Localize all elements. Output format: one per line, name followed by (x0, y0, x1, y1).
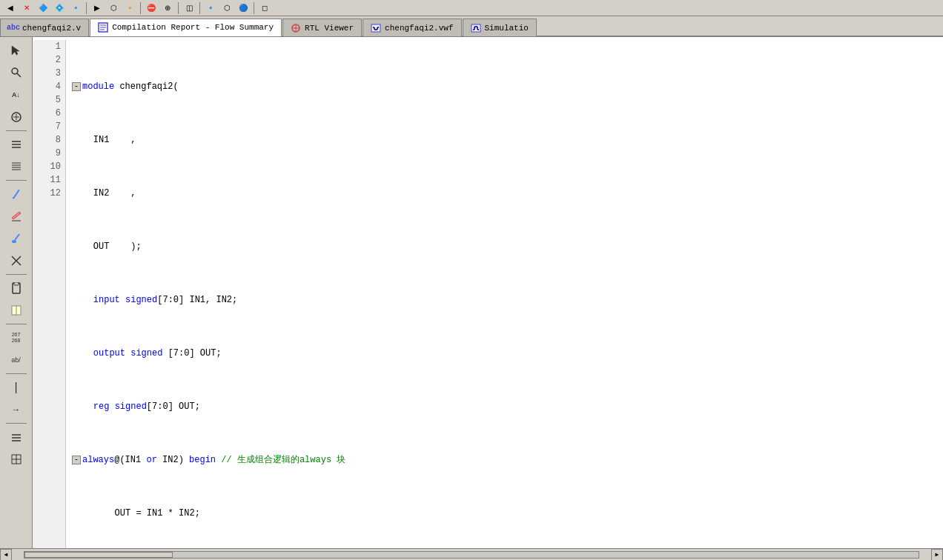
sidebar-arrow-tool[interactable]: → (6, 399, 27, 420)
sidebar-brush-tool[interactable] (6, 228, 27, 249)
sidebar-sep-4 (6, 324, 27, 324)
scroll-right-arrow[interactable]: ▶ (931, 549, 943, 561)
sidebar-lines4-tool[interactable] (6, 449, 27, 470)
code-line-8: -always@(IN1 or IN2) begin // 生成组合逻辑的alw… (72, 453, 937, 467)
toolbar-btn-15[interactable]: ◻ (257, 1, 272, 15)
code-line-5: input signed[7:0] IN1, IN2; (72, 293, 937, 307)
sidebar-vline-tool[interactable]: | (6, 377, 27, 398)
scroll-track[interactable] (24, 551, 919, 559)
sidebar-text-tool[interactable]: A↓ (6, 84, 27, 105)
sidebar-sep-3 (6, 274, 27, 275)
svg-rect-13 (472, 24, 480, 32)
svg-point-37 (12, 240, 16, 243)
svg-line-32 (13, 190, 19, 199)
toolbar-btn-14[interactable]: 🔵 (236, 1, 251, 15)
scroll-left-arrow[interactable]: ◀ (0, 549, 12, 561)
tab-rtl[interactable]: RTL Viewer (282, 19, 362, 36)
toolbar-btn-10[interactable]: ⊕ (160, 1, 175, 15)
svg-point-20 (12, 68, 18, 74)
editor-area[interactable]: 1 2 3 4 5 6 7 8 9 10 11 12 -module cheng… (33, 37, 943, 548)
tab-sim-label: Simulatio (485, 24, 529, 33)
code-line-9: OUT = IN1 * IN2; (72, 507, 937, 520)
toolbar-btn-11[interactable]: ◫ (182, 1, 196, 15)
sidebar-eraser-tool[interactable] (6, 206, 27, 227)
code-container: 1 2 3 4 5 6 7 8 9 10 11 12 -module cheng… (33, 37, 943, 548)
sidebar-list2-tool[interactable] (6, 156, 27, 177)
toolbar-btn-5[interactable]: 🔹 (68, 1, 83, 15)
toolbar-btn-13[interactable]: ⬡ (219, 1, 234, 15)
tab-bar: abc chengfaqi2.v Compilation Report - Fl… (0, 16, 943, 37)
tab-verilog-label: chengfaqi2.v (22, 24, 81, 33)
sidebar-cut-tool[interactable] (6, 250, 27, 271)
svg-marker-34 (12, 212, 21, 219)
code-line-7: reg signed[7:0] OUT; (72, 400, 937, 413)
toolbar-btn-12[interactable]: 🔹 (203, 1, 218, 15)
sidebar-assign-tool[interactable] (6, 107, 27, 127)
toolbar-btn-2[interactable]: ✕ (19, 1, 34, 15)
code-line-1: -module chengfaqi2( (72, 80, 937, 93)
svg-rect-7 (371, 24, 380, 32)
tab-rtl-icon (291, 23, 301, 33)
toolbar-btn-1[interactable]: ◀ (3, 1, 18, 15)
fold-icon-1[interactable]: - (72, 82, 81, 91)
sidebar-sep-5 (6, 373, 27, 374)
sidebar-sep-2 (6, 180, 27, 181)
toolbar-sep-4 (199, 2, 200, 14)
tab-sim-icon (471, 23, 481, 33)
tab-sim[interactable]: Simulatio (463, 19, 537, 36)
toolbar-btn-3[interactable]: 🔷 (36, 1, 50, 15)
code-line-6: output signed [7:0] OUT; (72, 347, 937, 360)
tab-verilog-icon: abc (8, 23, 19, 33)
sidebar-ab-tool[interactable]: ab/ (6, 350, 27, 370)
tab-rtl-label: RTL Viewer (305, 24, 354, 33)
sidebar-sep-1 (6, 130, 27, 131)
sidebar-num-tool[interactable]: 267268 (6, 327, 27, 348)
tab-flow-label: Compilation Report - Flow Summary (112, 23, 274, 32)
svg-line-21 (17, 73, 21, 77)
bottom-scrollbar: ◀ ▶ (0, 548, 943, 560)
svg-rect-41 (14, 282, 19, 285)
svg-marker-33 (12, 197, 13, 199)
sidebar-lines3-tool[interactable] (6, 427, 27, 447)
code-line-2: IN1 , (72, 133, 937, 147)
tab-verilog[interactable]: abc chengfaqi2.v (0, 19, 89, 36)
tab-vwf[interactable]: chengfaqi2.vwf (363, 19, 461, 36)
toolbar-btn-9[interactable]: ⛔ (144, 1, 159, 15)
sidebar-list-tool[interactable] (6, 134, 27, 155)
toolbar-btn-6[interactable]: ▶ (90, 1, 105, 15)
tab-flow-icon (98, 22, 108, 33)
code-line-4: OUT ); (72, 240, 937, 253)
tab-flow[interactable]: Compilation Report - Flow Summary (90, 19, 282, 36)
sidebar: A↓ (0, 37, 33, 548)
scroll-thumb[interactable] (24, 552, 173, 558)
toolbar-btn-7[interactable]: ⬡ (106, 1, 121, 15)
sidebar-select-tool[interactable] (6, 40, 27, 61)
code-content: -module chengfaqi2( IN1 , IN2 , OUT ); (66, 40, 943, 548)
toolbar-sep-3 (178, 2, 179, 14)
toolbar-sep-1 (86, 2, 87, 14)
main-toolbar: ◀ ✕ 🔷 💠 🔹 ▶ ⬡ 🔸 ⛔ ⊕ ◫ 🔹 ⬡ 🔵 ◻ (0, 0, 943, 16)
line-numbers: 1 2 3 4 5 6 7 8 9 10 11 12 (33, 40, 66, 548)
sidebar-find-tool[interactable] (6, 62, 27, 83)
sidebar-pencil-tool[interactable] (6, 184, 27, 204)
tab-vwf-icon (371, 23, 381, 33)
main-area: A↓ (0, 37, 943, 548)
svg-marker-19 (12, 46, 19, 55)
toolbar-btn-4[interactable]: 💠 (52, 1, 67, 15)
sidebar-clip-tool[interactable] (6, 278, 27, 299)
svg-line-36 (15, 234, 19, 240)
toolbar-sep-2 (140, 2, 141, 14)
sidebar-sep-6 (6, 423, 27, 424)
sidebar-book-tool[interactable] (6, 300, 27, 321)
fold-icon-8[interactable]: - (72, 456, 81, 464)
tab-vwf-label: chengfaqi2.vwf (385, 24, 453, 33)
toolbar-btn-8[interactable]: 🔸 (122, 1, 137, 15)
code-line-3: IN2 , (72, 187, 937, 200)
toolbar-sep-5 (254, 2, 254, 14)
